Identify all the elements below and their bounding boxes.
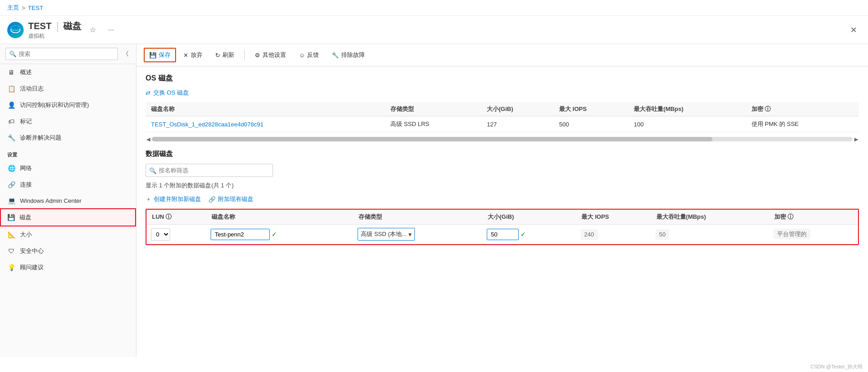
max-iops-value: 240	[580, 229, 598, 240]
disk-name-input[interactable]	[211, 229, 270, 240]
sidebar-item-diagnose[interactable]: 🔧 诊断并解决问题	[0, 130, 136, 146]
scroll-right-arrow[interactable]: ▶	[853, 136, 859, 142]
svg-point-2	[11, 26, 20, 30]
sidebar-item-tags-label: 标记	[20, 117, 32, 126]
search-input[interactable]	[5, 48, 118, 60]
size-input[interactable]	[487, 229, 519, 240]
page-header: TEST | 磁盘 虚拟机 ☆ ··· ✕	[0, 16, 868, 44]
horizontal-scrollbar[interactable]	[152, 137, 853, 141]
storage-type-cell: 高级 SSD (本地... ▾	[353, 225, 482, 244]
discard-label: 放弃	[191, 51, 202, 59]
sidebar-item-access-control[interactable]: 👤 访问控制(标识和访问管理)	[0, 97, 136, 113]
sidebar-item-access-label: 访问控制(标识和访问管理)	[20, 101, 89, 109]
connect-icon: 🔗	[7, 181, 15, 188]
troubleshoot-button[interactable]: 🔧 排除故障	[326, 48, 370, 62]
save-icon: 💾	[149, 52, 156, 59]
lun-cell: 0 1 2 4	[146, 225, 206, 244]
sidebar-item-disks-label: 磁盘	[20, 213, 31, 221]
favorite-button[interactable]: ☆	[86, 24, 100, 36]
toolbar: 💾 保存 ✕ 放弃 ↻ 刷新 ⚙ 其他设置 ☺ 反馈 🔧 排除故障	[136, 44, 868, 66]
col-max-iops: 最大 IOPS	[554, 102, 628, 116]
col-max-iops-data: 最大 IOPS	[576, 210, 651, 225]
attach-icon: 🔗	[208, 196, 216, 203]
header-icon	[7, 22, 24, 38]
os-disk-size: 127	[481, 116, 554, 132]
save-button[interactable]: 💾 保存	[144, 48, 176, 62]
refresh-button[interactable]: ↻ 刷新	[210, 48, 240, 62]
more-options-button[interactable]: ···	[104, 24, 117, 36]
sidebar-item-disks[interactable]: 💾 磁盘	[0, 208, 136, 226]
col-max-throughput-data: 最大吞吐量(MBps)	[651, 210, 769, 225]
add-new-label: 创建并附加新磁盘	[154, 195, 201, 203]
sidebar-item-advisor-label: 顾问建议	[20, 263, 44, 271]
sidebar-item-windows-admin-center[interactable]: 💻 Windows Admin Center	[0, 193, 136, 208]
breadcrumb: 主页 > TEST	[0, 0, 868, 16]
add-new-disk-link[interactable]: ＋ 创建并附加新磁盘	[146, 195, 201, 203]
col-lun: LUN ⓘ	[146, 210, 206, 225]
data-disk-section-title: 数据磁盘	[146, 150, 859, 158]
sidebar-search-container: 🔍 《	[0, 44, 136, 64]
sidebar-item-activity-label: 活动日志	[20, 85, 44, 93]
attach-existing-label: 附加现有磁盘	[218, 195, 253, 203]
collapse-sidebar-button[interactable]: 《	[121, 48, 131, 60]
close-button[interactable]: ✕	[847, 23, 861, 37]
exchange-os-link[interactable]: ⇄ 交换 OS 磁盘	[146, 89, 859, 97]
os-disk-name-link[interactable]: TEST_OsDisk_1_ed2828caa1ee4d078c91	[151, 121, 263, 128]
col-max-throughput: 最大吞吐量(MBps)	[628, 102, 746, 116]
dropdown-arrow-icon: ▾	[409, 231, 412, 238]
sidebar-item-security-label: 安全中心	[20, 247, 44, 255]
storage-type-select[interactable]: 高级 SSD (本地... ▾	[358, 228, 415, 241]
sidebar-item-network-label: 网络	[20, 164, 32, 172]
disk-action-row: ＋ 创建并附加新磁盘 🔗 附加现有磁盘	[146, 195, 859, 203]
other-settings-label: 其他设置	[262, 51, 286, 59]
lun-select[interactable]: 0 1 2 4	[151, 228, 170, 241]
os-disk-storage-type: 高级 SSD LRS	[385, 116, 481, 132]
sidebar-item-connect[interactable]: 🔗 连接	[0, 176, 136, 193]
sidebar-item-connect-label: 连接	[20, 181, 32, 189]
network-icon: 🌐	[7, 165, 15, 172]
data-disk-table-wrap: LUN ⓘ 磁盘名称 存储类型 大小(GiB) 最大 IOPS 最大吞吐量(MB…	[146, 209, 859, 245]
feedback-label: 反馈	[307, 51, 319, 59]
other-settings-button[interactable]: ⚙ 其他设置	[249, 48, 292, 62]
disk-filter-input[interactable]	[146, 164, 273, 177]
header-subtitle: 虚拟机	[28, 32, 81, 40]
header-page: 磁盘	[63, 20, 81, 32]
display-count: 显示 1 个附加的数据磁盘(共 1 个)	[146, 181, 859, 190]
os-disk-max-throughput: 100	[628, 116, 746, 132]
sidebar-item-security[interactable]: 🛡 安全中心	[0, 243, 136, 259]
feedback-button[interactable]: ☺ 反馈	[293, 48, 324, 62]
sidebar-item-tags[interactable]: 🏷 标记	[0, 113, 136, 130]
header-sep: |	[56, 20, 59, 32]
sidebar-item-network[interactable]: 🌐 网络	[0, 160, 136, 176]
access-control-icon: 👤	[7, 101, 15, 109]
search-icon: 🔍	[9, 50, 16, 57]
sidebar-item-wac-label: Windows Admin Center	[20, 197, 81, 204]
breadcrumb-sep: >	[22, 5, 25, 11]
troubleshoot-label: 排除故障	[341, 51, 365, 59]
feedback-icon: ☺	[299, 52, 305, 59]
encryption-value: 平台管理的	[773, 229, 810, 239]
sidebar-item-overview-label: 概述	[20, 68, 32, 76]
diagnose-icon: 🔧	[7, 134, 15, 141]
sidebar: 🔍 《 🖥 概述 📋 活动日志 👤 访问控制(标识和访问管理) 🏷 标记 🔧 诊…	[0, 44, 136, 357]
attach-existing-link[interactable]: 🔗 附加现有磁盘	[208, 195, 253, 203]
advisor-icon: 💡	[7, 264, 15, 271]
max-throughput-value: 50	[656, 229, 669, 240]
scroll-left-arrow[interactable]: ◀	[146, 136, 151, 142]
main-layout: 🔍 《 🖥 概述 📋 活动日志 👤 访问控制(标识和访问管理) 🏷 标记 🔧 诊…	[0, 44, 868, 357]
os-disk-section-title: OS 磁盘	[146, 74, 859, 83]
save-label: 保存	[159, 51, 171, 59]
sidebar-item-size[interactable]: 📐 大小	[0, 226, 136, 243]
activity-log-icon: 📋	[7, 85, 15, 92]
sidebar-item-activity-log[interactable]: 📋 活动日志	[0, 80, 136, 97]
breadcrumb-home[interactable]: 主页	[7, 4, 19, 12]
sidebar-item-advisor[interactable]: 💡 顾问建议	[0, 259, 136, 276]
main-content: 💾 保存 ✕ 放弃 ↻ 刷新 ⚙ 其他设置 ☺ 反馈 🔧 排除故障	[136, 44, 868, 357]
disks-icon: 💾	[7, 214, 15, 221]
encryption-cell: 平台管理的	[769, 225, 858, 244]
discard-button[interactable]: ✕ 放弃	[178, 48, 208, 62]
col-encryption: 加密 ⓘ	[746, 102, 859, 116]
exchange-icon: ⇄	[146, 90, 151, 96]
sidebar-item-overview[interactable]: 🖥 概述	[0, 64, 136, 80]
filter-search-icon: 🔍	[149, 167, 156, 174]
